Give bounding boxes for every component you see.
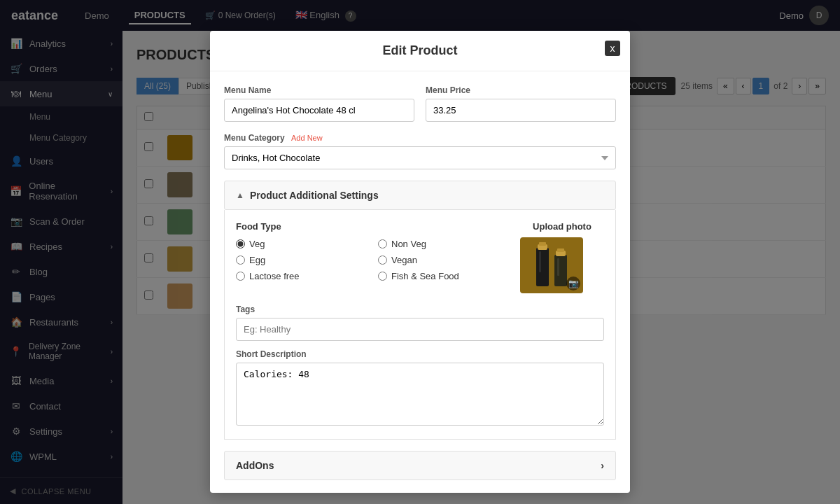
upload-photo-section: Upload photo (520, 221, 604, 293)
edit-product-modal: Edit Product x Menu Name Menu Price Menu… (210, 31, 630, 493)
modal-overlay: Edit Product x Menu Name Menu Price Menu… (0, 0, 840, 504)
svg-rect-2 (539, 242, 546, 246)
short-description-group: Short Description Calories: 48 (236, 349, 604, 428)
menu-price-input[interactable] (426, 99, 616, 122)
menu-name-label: Menu Name (224, 85, 414, 95)
food-type-label: Food Type (236, 221, 350, 232)
additional-settings-section: ▲ Product Additional Settings Food Type … (224, 181, 616, 440)
svg-rect-5 (557, 248, 564, 252)
radio-veg[interactable]: Veg (236, 239, 350, 249)
radio-egg-label: Egg (249, 255, 265, 265)
radio-non-veg-label: Non Veg (391, 239, 426, 249)
food-type-radios-left: Veg Egg Lactose free (236, 239, 350, 281)
menu-price-label: Menu Price (426, 85, 616, 95)
modal-title: Edit Product (383, 43, 458, 58)
short-description-textarea[interactable]: Calories: 48 (236, 363, 604, 426)
tags-group: Tags (236, 304, 604, 341)
add-new-link[interactable]: Add New (291, 134, 323, 142)
radio-fish-input[interactable] (378, 272, 387, 281)
food-type-radios-right: Non Veg Vegan Fish & Sea Food (378, 239, 492, 281)
food-type-group-left: Food Type Veg Egg (236, 221, 350, 293)
tags-input[interactable] (236, 318, 604, 341)
radio-lactose-input[interactable] (236, 272, 245, 281)
modal-close-button[interactable]: x (605, 41, 620, 56)
menu-category-label: Menu Category Add New (224, 133, 616, 143)
radio-egg-input[interactable] (236, 255, 245, 265)
menu-name-input[interactable] (224, 99, 414, 122)
radio-non-veg[interactable]: Non Veg (378, 239, 492, 249)
menu-price-group: Menu Price (426, 85, 616, 122)
food-type-label-spacer (378, 221, 492, 232)
svg-rect-0 (536, 248, 549, 286)
addons-chevron-icon: › (601, 460, 604, 471)
modal-body: Menu Name Menu Price Menu Category Add N… (210, 71, 630, 493)
upload-photo-label: Upload photo (520, 221, 604, 232)
radio-lactose-label: Lactose free (249, 271, 300, 281)
addons-toggle[interactable]: AddOns › (224, 451, 616, 480)
svg-rect-6 (539, 251, 541, 272)
menu-name-group: Menu Name (224, 85, 414, 122)
radio-fish-seafood[interactable]: Fish & Sea Food (378, 271, 492, 281)
radio-vegan-label: Vegan (391, 255, 417, 265)
menu-category-group: Menu Category Add New Drinks, Hot Chocol… (224, 133, 616, 169)
food-type-group-right: Non Veg Vegan Fish & Sea Food (378, 221, 492, 293)
radio-vegan-input[interactable] (378, 255, 387, 265)
tags-label: Tags (236, 304, 604, 314)
radio-fish-label: Fish & Sea Food (391, 271, 459, 281)
upload-photo-thumb[interactable]: 📷 (520, 237, 583, 293)
radio-veg-label: Veg (249, 239, 265, 249)
svg-rect-3 (554, 255, 567, 286)
additional-settings-toggle[interactable]: ▲ Product Additional Settings (224, 181, 616, 210)
radio-lactose[interactable]: Lactose free (236, 271, 350, 281)
modal-header: Edit Product x (210, 31, 630, 71)
menu-category-select[interactable]: Drinks, Hot Chocolate (224, 146, 616, 169)
category-select-wrap: Drinks, Hot Chocolate (224, 146, 616, 169)
radio-veg-input[interactable] (236, 239, 245, 248)
radio-non-veg-input[interactable] (378, 239, 387, 248)
svg-rect-7 (557, 258, 559, 276)
additional-settings-content: Food Type Veg Egg (224, 210, 616, 440)
radio-vegan[interactable]: Vegan (378, 255, 492, 265)
food-type-section: Food Type Veg Egg (236, 221, 604, 293)
chevron-up-icon: ▲ (236, 190, 244, 200)
short-description-label: Short Description (236, 349, 604, 359)
radio-egg[interactable]: Egg (236, 255, 350, 265)
camera-icon: 📷 (566, 276, 580, 290)
name-price-row: Menu Name Menu Price (224, 85, 616, 122)
